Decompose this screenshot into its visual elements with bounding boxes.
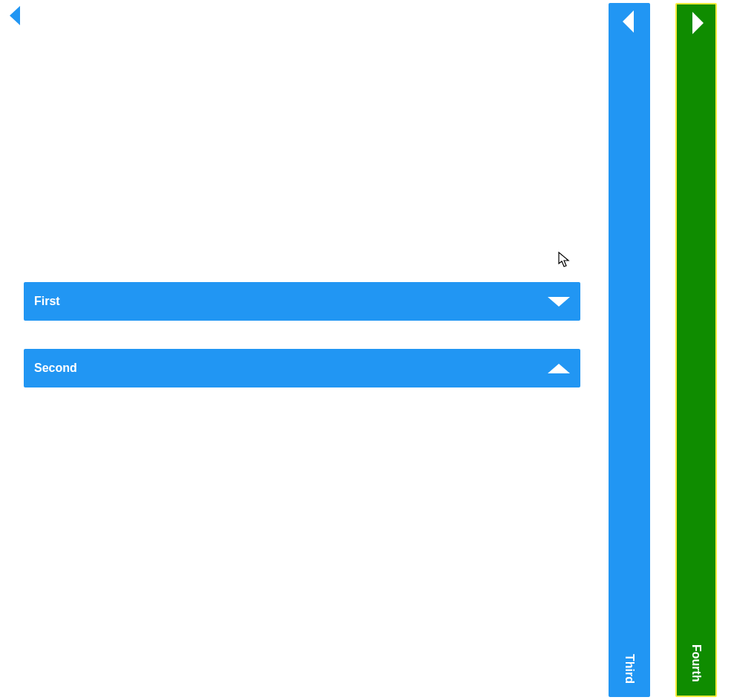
triangle-up-icon — [548, 364, 570, 373]
panel-third-collapsed[interactable]: Third — [609, 3, 650, 697]
panel-fourth-label: Fourth — [689, 644, 703, 682]
panel-first[interactable]: First — [24, 282, 580, 321]
triangle-right-icon — [692, 12, 704, 34]
panel-second[interactable]: Second — [24, 349, 580, 387]
triangle-down-icon — [548, 297, 570, 307]
panel-fourth-collapsed[interactable]: Fourth — [675, 3, 717, 697]
panel-second-label: Second — [34, 362, 77, 375]
triangle-left-icon — [623, 10, 634, 33]
main-area: First Second — [24, 0, 580, 700]
triangle-left-icon — [8, 6, 23, 25]
panel-third-label: Third — [623, 654, 636, 684]
panel-first-label: First — [34, 295, 60, 308]
svg-marker-0 — [10, 6, 20, 25]
